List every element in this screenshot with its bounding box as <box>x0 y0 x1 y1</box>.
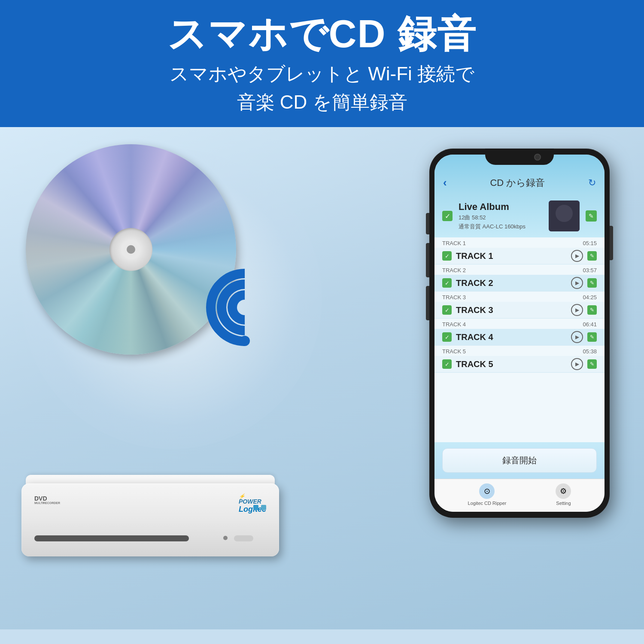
main-content: DVD MULTI RECORDER ⚡ POWER Logitec <box>0 127 644 629</box>
track-5-header: TRACK 5 05:38 <box>434 346 605 356</box>
track-4-edit-button[interactable]: ✎ <box>587 332 597 342</box>
album-thumbnail <box>549 200 580 231</box>
dvd-status-icons <box>253 505 266 510</box>
mute-button[interactable] <box>426 213 429 234</box>
dvd-disc-slot <box>34 535 189 541</box>
volume-up-button[interactable] <box>426 243 429 277</box>
dvd-body: DVD MULTI RECORDER ⚡ POWER Logitec <box>21 483 279 556</box>
track-4-header: TRACK 4 06:41 <box>434 319 605 329</box>
main-subtitle: スマホやタブレットと Wi-Fi 接続で 音楽 CD を簡単録音 <box>9 60 635 116</box>
track-4-item: ✓ TRACK 4 ▶ ✎ <box>434 329 605 346</box>
wifi-dot <box>240 336 250 346</box>
track-1-label: TRACK 1 <box>442 240 466 246</box>
album-details: Live Album 12曲 58:52 通常音質 AAC-LC 160kbps <box>459 201 543 231</box>
track-1-item: ✓ TRACK 1 ▶ ✎ <box>434 248 605 264</box>
phone-screen: ‹ CD から録音 ↻ ✓ Live Album 12曲 58:52 通常音質 … <box>434 155 605 512</box>
track-3-checkbox[interactable]: ✓ <box>442 305 452 315</box>
track-1-play-button[interactable]: ▶ <box>571 250 583 262</box>
album-quality: 通常音質 AAC-LC 160kbps <box>459 223 543 231</box>
setting-icon: ⚙ <box>556 483 571 499</box>
nav-item-ripper[interactable]: ⊙ Logitec CD Ripper <box>468 483 507 506</box>
bottom-navigation: ⊙ Logitec CD Ripper ⚙ Setting <box>434 479 605 512</box>
track-4-label: TRACK 4 <box>442 321 466 328</box>
track-2-edit-button[interactable]: ✎ <box>587 278 597 288</box>
smartphone: ‹ CD から録音 ↻ ✓ Live Album 12曲 58:52 通常音質 … <box>429 149 610 518</box>
main-title: スマホでCD 録音 <box>9 13 635 55</box>
album-art <box>549 200 580 231</box>
app-title: CD から録音 <box>490 176 545 189</box>
refresh-button[interactable]: ↻ <box>588 177 596 188</box>
svg-text:MULTI: MULTI <box>34 501 43 504</box>
setting-label: Setting <box>556 501 571 506</box>
volume-down-button[interactable] <box>426 286 429 320</box>
dvd-label: DVD MULTI RECORDER <box>34 492 60 506</box>
record-button-area: 録音開始 <box>434 442 605 479</box>
track-4-checkbox[interactable]: ✓ <box>442 332 452 342</box>
track-3-name: TRACK 3 <box>456 305 571 315</box>
track-4-play-button[interactable]: ▶ <box>571 331 583 343</box>
track-2-label: TRACK 2 <box>442 267 466 273</box>
track-2-header: TRACK 2 03:57 <box>434 264 605 275</box>
track-3-header: TRACK 3 04:25 <box>434 292 605 302</box>
album-name: Live Album <box>459 201 543 213</box>
track-1-edit-button[interactable]: ✎ <box>587 251 597 261</box>
back-button[interactable]: ‹ <box>443 176 447 189</box>
track-5-checkbox[interactable]: ✓ <box>442 359 452 369</box>
album-edit-button[interactable]: ✎ <box>586 210 597 222</box>
track-5-item: ✓ TRACK 5 ▶ ✎ <box>434 356 605 373</box>
track-1-header: TRACK 1 05:15 <box>434 237 605 248</box>
track-2-item: ✓ TRACK 2 ▶ ✎ <box>434 275 605 292</box>
dvd-led-indicator <box>223 536 228 540</box>
track-2-duration: 03:57 <box>583 267 597 273</box>
track-3-edit-button[interactable]: ✎ <box>587 305 597 315</box>
dvd-label-area: DVD MULTI RECORDER <box>34 492 60 506</box>
track-1-duration: 05:15 <box>583 240 597 246</box>
track-2-play-button[interactable]: ▶ <box>571 277 583 289</box>
wifi-symbol <box>202 264 288 350</box>
app-screen: ‹ CD から録音 ↻ ✓ Live Album 12曲 58:52 通常音質 … <box>434 155 605 512</box>
track-3-item: ✓ TRACK 3 ▶ ✎ <box>434 302 605 319</box>
track-5-name: TRACK 5 <box>456 359 571 369</box>
ripper-icon: ⊙ <box>479 483 495 499</box>
dvd-eject-button[interactable] <box>234 535 253 541</box>
svg-text:DVD: DVD <box>34 495 47 502</box>
track-4-name: TRACK 4 <box>456 332 571 342</box>
track-4-duration: 06:41 <box>583 321 597 328</box>
track-3-duration: 04:25 <box>583 294 597 301</box>
track-3-play-button[interactable]: ▶ <box>571 304 583 316</box>
phone-camera <box>534 154 541 161</box>
phone-body: ‹ CD から録音 ↻ ✓ Live Album 12曲 58:52 通常音質 … <box>429 149 610 518</box>
album-track-count: 12曲 58:52 <box>459 214 543 222</box>
header-section: スマホでCD 録音 スマホやタブレットと Wi-Fi 接続で 音楽 CD を簡単… <box>0 0 644 127</box>
track-2-checkbox[interactable]: ✓ <box>442 278 452 288</box>
track-1-checkbox[interactable]: ✓ <box>442 251 452 261</box>
record-start-button[interactable]: 録音開始 <box>442 448 597 473</box>
dvd-icon-2 <box>261 505 266 510</box>
track-1-name: TRACK 1 <box>456 251 571 261</box>
track-list: TRACK 1 05:15 ✓ TRACK 1 ▶ ✎ TRACK 2 <box>434 237 605 442</box>
track-5-duration: 05:38 <box>583 348 597 355</box>
album-info: ✓ Live Album 12曲 58:52 通常音質 AAC-LC 160kb… <box>434 194 605 237</box>
track-5-play-button[interactable]: ▶ <box>571 358 583 370</box>
power-button[interactable] <box>610 226 613 260</box>
track-2-name: TRACK 2 <box>456 278 571 288</box>
dvd-brand: ⚡ POWER Logitec <box>239 492 266 514</box>
album-select-checkbox[interactable]: ✓ <box>442 211 453 221</box>
svg-text:RECORDER: RECORDER <box>43 501 60 504</box>
ripper-label: Logitec CD Ripper <box>468 501 507 506</box>
track-5-label: TRACK 5 <box>442 348 466 355</box>
nav-item-setting[interactable]: ⚙ Setting <box>556 483 571 506</box>
track-3-label: TRACK 3 <box>442 294 466 301</box>
phone-notch <box>485 149 554 165</box>
dvd-player: DVD MULTI RECORDER ⚡ POWER Logitec <box>21 483 288 578</box>
dvd-icon-1 <box>253 505 258 510</box>
track-5-edit-button[interactable]: ✎ <box>587 359 597 369</box>
